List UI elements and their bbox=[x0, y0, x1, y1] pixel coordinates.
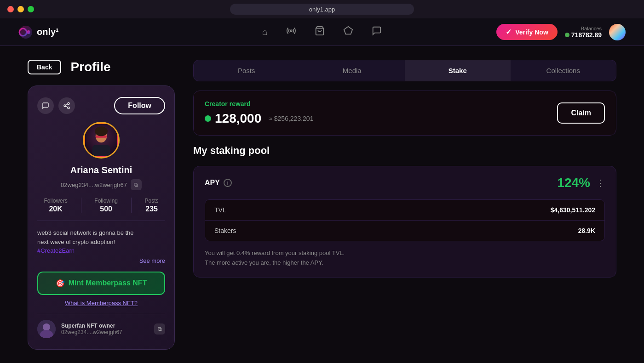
reward-amount: 128,000 bbox=[205, 111, 261, 126]
svg-point-6 bbox=[68, 102, 69, 104]
followers-label: Followers bbox=[44, 198, 67, 204]
posts-label: Posts bbox=[145, 198, 159, 204]
titlebar: only1.app bbox=[0, 0, 644, 18]
stat-divider-1 bbox=[81, 198, 81, 213]
share-action-button[interactable] bbox=[58, 97, 75, 114]
stat-divider-2 bbox=[131, 198, 132, 213]
stakers-label: Stakers bbox=[214, 227, 236, 234]
apy-label: APY bbox=[205, 179, 220, 187]
top-navigation: only¹ ⌂ ✓ bbox=[0, 18, 644, 46]
reward-green-dot bbox=[205, 115, 211, 122]
follow-button[interactable]: Follow bbox=[114, 97, 165, 114]
staking-description: You will get 0.4% reward from your staki… bbox=[205, 249, 605, 268]
profile-card: Follow bbox=[28, 85, 175, 350]
apy-row: APY i 124% ⋮ bbox=[205, 176, 605, 190]
svg-point-8 bbox=[68, 107, 69, 109]
close-traffic-light[interactable] bbox=[7, 6, 14, 12]
staking-desc-line2: The more active you are, the higher the … bbox=[205, 259, 323, 266]
copy-address-button[interactable]: ⧉ bbox=[131, 179, 142, 190]
stakers-row: Stakers 28.9K bbox=[205, 221, 604, 241]
address-text: 02weg234....w2werjgh67 bbox=[61, 182, 127, 188]
superfan-address-text: 02weg234....w2werjgh67 bbox=[61, 329, 149, 335]
svg-point-15 bbox=[95, 126, 108, 136]
verify-btn-label: Verify Now bbox=[515, 28, 548, 36]
svg-line-10 bbox=[66, 104, 68, 105]
page-title: Profile bbox=[70, 60, 110, 74]
minimize-traffic-light[interactable] bbox=[17, 6, 24, 12]
svg-marker-5 bbox=[344, 27, 352, 34]
diamond-nav-icon[interactable] bbox=[343, 26, 353, 38]
balance-display: Balances 718782.89 bbox=[565, 26, 602, 39]
logo[interactable]: only¹ bbox=[18, 25, 59, 40]
tab-collections[interactable]: Collections bbox=[511, 60, 616, 81]
svg-point-18 bbox=[43, 323, 50, 331]
more-options-button[interactable]: ⋮ bbox=[596, 177, 605, 188]
superfan-copy-button[interactable]: ⧉ bbox=[154, 323, 165, 335]
reward-usd-value: ≈ $256,223.201 bbox=[269, 115, 313, 122]
apy-value: 124% bbox=[557, 176, 590, 190]
followers-value: 20K bbox=[49, 205, 62, 213]
url-bar[interactable]: only1.app bbox=[230, 4, 414, 15]
balance-value: 718782.89 bbox=[565, 31, 602, 39]
page-header: Back Profile bbox=[28, 60, 175, 74]
metrics-box: TVL $4,630,511.202 Stakers 28.9K bbox=[205, 199, 605, 241]
superfan-section: Superfan NFT owner 02weg234....w2werjgh6… bbox=[37, 314, 165, 338]
posts-stat: Posts 235 bbox=[145, 198, 159, 213]
staking-desc-line1: You will get 0.4% reward from your staki… bbox=[205, 250, 345, 256]
profile-address: 02weg234....w2werjgh67 ⧉ bbox=[37, 179, 165, 190]
profile-name: Ariana Sentini bbox=[37, 165, 165, 176]
followers-stat: Followers 20K bbox=[44, 198, 67, 213]
info-symbol: i bbox=[227, 180, 228, 186]
svg-point-2 bbox=[27, 30, 30, 34]
tvl-label: TVL bbox=[214, 206, 226, 214]
tab-posts[interactable]: Posts bbox=[194, 60, 299, 81]
reward-amount-row: 128,000 ≈ $256,223.201 bbox=[205, 111, 313, 126]
tvl-row: TVL $4,630,511.202 bbox=[205, 200, 604, 221]
back-button[interactable]: Back bbox=[28, 60, 61, 74]
avatar-image bbox=[85, 124, 117, 156]
see-more-button[interactable]: See more bbox=[37, 257, 165, 264]
tab-media[interactable]: Media bbox=[299, 60, 405, 81]
apy-right: 124% ⋮ bbox=[557, 176, 605, 190]
card-top-left-actions bbox=[37, 97, 75, 114]
balance-dot-icon bbox=[565, 33, 569, 37]
nav-icons: ⌂ bbox=[262, 26, 382, 38]
bio-line2: next wave of crypto adoption! bbox=[37, 238, 115, 245]
staking-card: APY i 124% ⋮ TVL $4,630,511.202 Stakers bbox=[193, 166, 616, 278]
svg-point-7 bbox=[64, 105, 66, 107]
svg-point-3 bbox=[290, 30, 292, 32]
logo-icon bbox=[18, 25, 33, 40]
broadcast-nav-icon[interactable] bbox=[286, 26, 296, 38]
reward-label: Creator reward bbox=[205, 100, 313, 108]
superfan-label: Superfan NFT owner bbox=[61, 323, 149, 329]
following-stat: Following 500 bbox=[94, 198, 118, 213]
tvl-value: $4,630,511.202 bbox=[551, 206, 595, 214]
logo-text: only¹ bbox=[37, 27, 59, 37]
mint-btn-label: Mint Memberpass NFT bbox=[69, 279, 147, 287]
staking-pool-title: My staking pool bbox=[193, 145, 616, 157]
home-nav-icon[interactable]: ⌂ bbox=[262, 27, 268, 37]
apy-info-icon[interactable]: i bbox=[224, 179, 232, 187]
bio-hashtag: #Create2Earn bbox=[37, 247, 75, 254]
bag-nav-icon[interactable] bbox=[315, 26, 325, 38]
verify-now-button[interactable]: ✓ Verify Now bbox=[496, 24, 558, 40]
chat-action-button[interactable] bbox=[37, 97, 54, 114]
memberpass-link-button[interactable]: What is Memberpass NFT? bbox=[37, 300, 165, 306]
claim-button[interactable]: Claim bbox=[557, 102, 605, 124]
tab-stake[interactable]: Stake bbox=[405, 60, 511, 81]
svg-line-9 bbox=[66, 106, 68, 108]
chat-nav-icon[interactable] bbox=[372, 26, 382, 38]
mint-memberpass-button[interactable]: 🎯 Mint Memberpass NFT bbox=[37, 272, 165, 295]
tabs-bar: Posts Media Stake Collections bbox=[193, 60, 616, 81]
user-avatar[interactable] bbox=[609, 24, 626, 40]
left-column: Back Profile bbox=[28, 60, 175, 349]
creator-reward-card: Creator reward 128,000 ≈ $256,223.201 Cl… bbox=[193, 91, 616, 136]
posts-value: 235 bbox=[145, 205, 158, 213]
traffic-lights bbox=[7, 6, 34, 12]
svg-rect-16 bbox=[92, 145, 110, 157]
balance-label: Balances bbox=[581, 26, 602, 31]
card-top-actions: Follow bbox=[37, 97, 165, 114]
superfan-info: Superfan NFT owner 02weg234....w2werjgh6… bbox=[61, 323, 149, 335]
maximize-traffic-light[interactable] bbox=[28, 6, 34, 12]
bio-line1: web3 social network is gonna be the bbox=[37, 229, 134, 236]
